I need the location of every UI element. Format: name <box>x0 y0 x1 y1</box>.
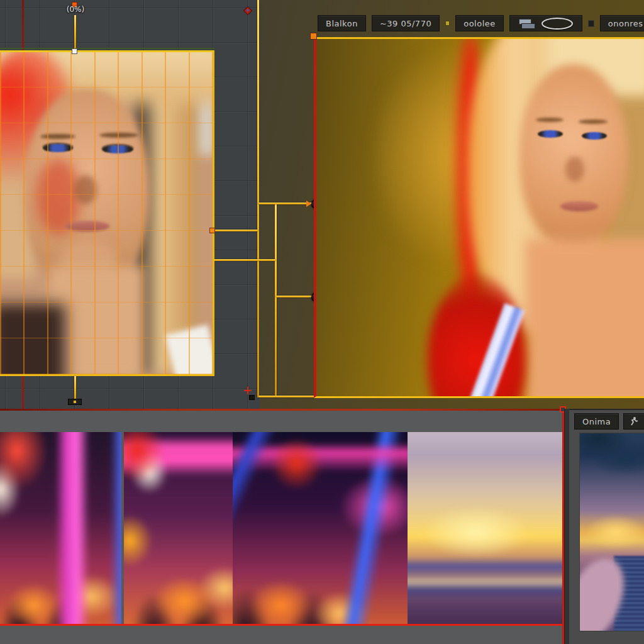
toolbar-separator-dot <box>445 21 450 26</box>
left-node-outline-accent <box>0 48 214 49</box>
warp-grid-overlay[interactable] <box>0 52 213 374</box>
side-panel-toolbar: Onima <box>574 413 644 430</box>
right-portrait-brow-left <box>536 118 564 122</box>
filmstrip-thumb-city-night-3[interactable] <box>233 432 408 624</box>
toolbar-button-2[interactable]: oololee <box>455 15 504 31</box>
left-node-image[interactable] <box>0 50 214 376</box>
hand-tool-icon <box>629 416 639 426</box>
socket-arrow-icon <box>306 201 311 207</box>
filmstrip-thumb-city-night-1[interactable] <box>0 432 121 624</box>
transform-handle-anchor[interactable] <box>72 48 77 54</box>
wire-horizontal-2[interactable] <box>214 230 258 231</box>
filmstrip-thumb-beach-sunset[interactable] <box>408 432 562 624</box>
toolbar-value-field[interactable]: ~39 05/770 <box>372 15 440 31</box>
side-panel-button[interactable]: Onima <box>574 413 619 430</box>
right-portrait-eye-left <box>538 130 563 138</box>
filmstrip-thumb-city-night-2[interactable] <box>124 432 233 624</box>
toolbar-button-1-label: Blalkon <box>326 19 358 28</box>
ellipse-tool-icon[interactable] <box>541 18 573 30</box>
right-portrait-brow-right <box>579 119 608 124</box>
right-node-corner-handle[interactable] <box>310 33 317 40</box>
filmstrip-panel <box>0 411 562 644</box>
transform-handle-bottom[interactable] <box>68 399 82 405</box>
toolbar-button-3-label: ononres <box>608 19 643 28</box>
transform-drop-line[interactable] <box>74 15 76 50</box>
wire-vertical-2[interactable] <box>275 203 277 397</box>
top-toolbar: Blalkon ~39 05/770 oololee ononres <box>318 15 644 31</box>
side-panel-tool-button[interactable] <box>623 413 644 430</box>
wire-end-handle[interactable] <box>249 395 255 400</box>
toolbar-shape-tools <box>509 15 582 31</box>
toolbar-button-1[interactable]: Blalkon <box>318 15 366 31</box>
right-node-preview[interactable] <box>314 37 644 398</box>
wire-horizontal-4[interactable] <box>276 296 314 297</box>
node-canvas[interactable]: (0%) <box>0 0 644 409</box>
wire-horizontal-1[interactable] <box>258 203 314 204</box>
toolbar-value-label: ~39 05/770 <box>380 19 431 28</box>
wire-vertical-1[interactable] <box>257 0 259 397</box>
layers-icon[interactable] <box>519 18 535 28</box>
wire-horizontal-3[interactable] <box>214 259 275 261</box>
transform-percentage-label: (0%) <box>55 5 96 14</box>
toolbar-button-3[interactable]: ononres <box>600 15 644 31</box>
right-portrait-eye-right <box>582 132 607 140</box>
toolbar-button-2-label: oololee <box>464 19 496 28</box>
left-node-edge-handle[interactable] <box>209 228 215 233</box>
side-panel-thumb-coastal-road[interactable] <box>579 433 644 631</box>
side-panel-button-label: Onima <box>582 417 611 426</box>
wire-horizontal-5[interactable] <box>258 396 314 397</box>
editor-window: (0%) <box>0 0 644 644</box>
right-portrait-neck-chest <box>526 239 644 398</box>
marker-cross-icon[interactable] <box>244 390 252 391</box>
filmstrip-selection-border-bottom <box>0 624 562 626</box>
marker-diamond-icon[interactable] <box>243 6 252 15</box>
toolbar-mini-toggle[interactable] <box>588 20 594 27</box>
side-panel: Onima <box>569 409 644 644</box>
